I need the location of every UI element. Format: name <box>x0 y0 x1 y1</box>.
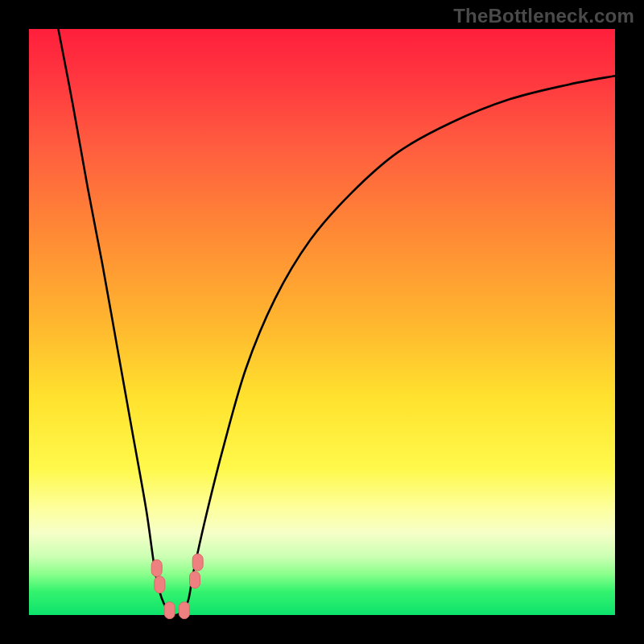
marker-right-cluster-bottom <box>190 572 200 588</box>
marker-left-cluster-bottom <box>155 576 165 593</box>
marker-left-cluster-top <box>151 559 162 576</box>
chart-frame: TheBottleneck.com <box>0 0 644 644</box>
marker-floor-left <box>164 602 175 619</box>
watermark-text: TheBottleneck.com <box>453 5 634 27</box>
marker-layer <box>151 554 203 619</box>
bottleneck-curve <box>58 29 615 615</box>
marker-right-cluster-top <box>192 554 203 571</box>
bottleneck-curve-svg <box>29 29 615 615</box>
plot-area <box>29 29 615 615</box>
marker-floor-right <box>179 602 189 619</box>
